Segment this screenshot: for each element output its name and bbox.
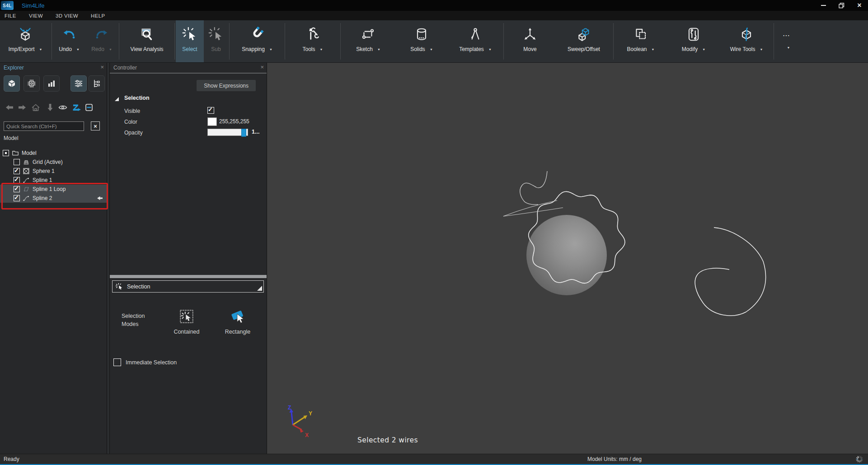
opacity-value: 1... [252,129,259,135]
immediate-selection-checkbox[interactable] [113,358,121,366]
selection-modes-label: Selection Modes [122,312,153,328]
toolbar-button-boolean[interactable]: Boolean▼ [615,20,667,62]
sweep-offset-icon [576,24,592,44]
mode-contained[interactable]: Contained [162,308,211,335]
chevron-down-icon[interactable]: ▼ [320,48,323,51]
show-expressions-button[interactable]: Show Expressions [197,80,256,91]
explorer-view-button-model-cube[interactable] [4,75,20,92]
toolbar-button-view-analysis[interactable]: View Analysis [120,20,174,62]
spline-1-needle-lower [503,208,563,216]
menu-3d-view[interactable]: 3D VIEW [49,13,84,19]
chevron-down-icon[interactable]: ▼ [377,48,380,51]
explorer-view-button-chip[interactable] [23,75,40,92]
viewport-status-text: Selected 2 wires [357,436,418,444]
tree-item-model[interactable]: Model [0,149,107,158]
viewport-3d[interactable]: Z Y X Selected 2 wires [267,63,868,454]
dropdown-corner-icon [257,286,262,291]
toolbar-button-snapping[interactable]: Snapping▼ [230,20,284,62]
controller-splitter[interactable] [110,275,267,278]
redo-icon [94,24,110,44]
toolbar-separator [119,23,119,60]
tree-item-grid-active[interactable]: Grid (Active) [0,158,107,167]
controller-header: Controller × [110,63,267,73]
visible-checkbox[interactable] [207,107,214,114]
toolbar-button-label: Move [523,46,536,52]
wire-tools-icon [738,24,755,44]
chevron-down-icon[interactable]: ▼ [76,48,80,51]
spline-1-object[interactable] [520,171,547,205]
color-swatch[interactable] [207,117,217,126]
toolbar-button-undo[interactable]: Undo▼ [53,20,85,62]
toolbar-button-label: Boolean [627,46,647,52]
visibility-checkbox[interactable] [14,195,20,201]
tree-view-icon [92,79,102,88]
menu-file[interactable]: FILE [0,13,23,19]
visibility-checkbox[interactable] [14,168,20,174]
toolbar-button-overflow[interactable]: …▼ [775,20,798,62]
chevron-down-icon[interactable]: ▼ [488,48,492,51]
toolbar-button-modify[interactable]: Modify▼ [667,20,720,62]
chevron-down-icon[interactable]: ▼ [787,46,790,49]
explorer-nav-zoom-z[interactable] [71,102,81,112]
toolbar-button-sub[interactable]: Sub [204,20,228,62]
visibility-checkbox[interactable] [14,159,20,165]
explorer-nav-collapse-all[interactable] [84,102,94,112]
explorer-view-button-bar-chart[interactable] [43,75,60,92]
spline-2-object[interactable] [695,228,765,316]
explorer-close-icon[interactable]: × [100,64,104,70]
toolbar-separator [613,23,614,60]
explorer-view-button-filter-sliders[interactable] [70,75,87,92]
opacity-slider-handle[interactable] [241,129,246,137]
chevron-down-icon[interactable]: ▼ [760,48,763,51]
forward-arrow-icon [17,102,27,112]
toolbar-button-move[interactable]: Move [505,20,555,62]
restore-button[interactable] [835,1,847,10]
mode-contained-label: Contained [174,329,200,335]
toolbar-button-redo[interactable]: Redo▼ [85,20,118,62]
clear-search-button[interactable]: × [91,121,100,130]
tree-item-spline-1[interactable]: Spline 1 [0,176,107,185]
selection-tool-dropdown[interactable]: Selection [112,280,264,293]
section-collapse-icon[interactable] [115,97,119,101]
chevron-down-icon[interactable]: ▼ [702,48,705,51]
tree-item-spline-1-loop[interactable]: Spline 1 Loop [0,185,107,194]
toolbar-button-sketch[interactable]: Sketch▼ [342,20,395,62]
sphere-object[interactable] [526,215,607,295]
toolbar-button-imp-export[interactable]: Imp/Export▼ [0,20,51,62]
chevron-down-icon[interactable]: ▼ [269,48,272,51]
toolbar-button-tools[interactable]: Tools▼ [286,20,339,62]
toolbar-button-sweep-offset[interactable]: Sweep/Offset [555,20,612,62]
controller-close-icon[interactable]: × [260,64,264,70]
tree-item-spline-2[interactable]: Spline 2 [0,194,107,203]
chevron-down-icon[interactable]: ▼ [652,48,655,51]
chevron-down-icon[interactable]: ▼ [109,48,112,51]
quick-search-input[interactable] [4,121,84,131]
toolbar-button-wire-tools[interactable]: Wire Tools▼ [720,20,773,62]
toolbar-button-select[interactable]: Select [176,20,204,62]
chevron-down-icon[interactable]: ▼ [430,48,433,51]
view-analysis-icon [139,24,155,44]
visibility-checkbox[interactable] [14,186,20,192]
chevron-down-icon[interactable]: ▼ [39,48,42,51]
explorer-nav-eye[interactable] [58,102,68,112]
visibility-checkbox[interactable] [14,177,20,183]
tree-item-sphere-1[interactable]: Sphere 1 [0,167,107,176]
svg-text:…: … [783,29,790,38]
opacity-label: Opacity [124,130,143,136]
undo-icon [61,24,77,44]
imp-export-icon [17,24,33,44]
close-button[interactable]: × [854,1,865,10]
sub-icon [208,24,224,44]
opacity-slider[interactable] [207,129,248,136]
menu-view[interactable]: VIEW [23,13,49,19]
explorer-view-button-tree-view[interactable] [89,75,105,92]
menu-help[interactable]: HELP [84,13,112,19]
toolbar-button-label: Tools [303,46,315,52]
minimize-button[interactable] [817,1,829,10]
mode-rectangle[interactable]: Rectangle [213,308,263,335]
toolbar-button-templates[interactable]: Templates▼ [448,20,502,62]
scene-canvas: Z Y X [267,63,868,452]
tree-expander-box[interactable] [3,150,9,156]
model-cube-icon [7,79,17,88]
toolbar-button-solids[interactable]: Solids▼ [395,20,448,62]
